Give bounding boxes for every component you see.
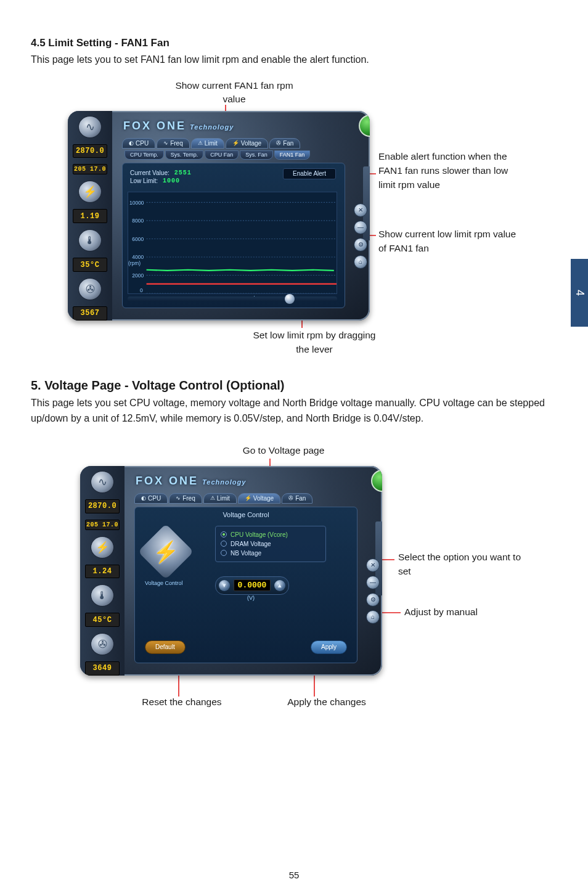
led-temp: 45°C	[85, 613, 120, 627]
subtab-sysfan[interactable]: Sys. Fan	[240, 150, 273, 160]
section-body-2: This page lets you set CPU voltage, memo…	[31, 395, 557, 427]
volt-knob[interactable]: ⚡	[91, 536, 114, 558]
tab-limit[interactable]: ⚠Limit	[203, 493, 237, 504]
spin-up-button[interactable]: ▴	[274, 580, 285, 591]
voltage-spinner: ▾ 0.0000 ▴	[215, 576, 289, 595]
tab-cpu[interactable]: ◐CPU	[134, 493, 168, 504]
svg-text:2000: 2000	[132, 272, 144, 278]
settings-icon[interactable]: ⚙	[354, 238, 367, 251]
subtab-fan1fan[interactable]: FAN1 Fan	[274, 150, 311, 160]
figure-1: Show current FAN1 fan rpm value ∿ 2870.0…	[31, 83, 557, 341]
left-gauge-rail-2: ∿ 2870.0 205 17.0 ⚡ 1.24 🌡 45°C ✇ 3649	[80, 466, 125, 676]
subtab-systemp[interactable]: Sys. Temp.	[165, 150, 203, 160]
led-volt: 1.19	[73, 209, 107, 223]
tab-cpu[interactable]: ◐CPU	[122, 138, 155, 149]
tab-fan[interactable]: ✇Fan	[269, 138, 300, 149]
low-limit-slider[interactable]	[128, 296, 337, 301]
section-heading: 4.5 Limit Setting - FAN1 Fan	[31, 37, 557, 49]
power-ring[interactable]	[371, 470, 382, 492]
led-freq: 2870.0	[85, 499, 120, 513]
callout-show-current-fan1: Show current FAN1 fan rpm value	[166, 79, 302, 107]
callout-apply-changes: Apply the changes	[271, 697, 382, 708]
sub-tabs: CPU Temp. Sys. Temp. CPU Fan Sys. Fan FA…	[125, 150, 310, 160]
svg-text:(rpm): (rpm)	[128, 260, 141, 266]
svg-text:0: 0	[140, 287, 143, 293]
callout-adjust-manual: Adjust by manual	[404, 607, 528, 618]
led-freq: 2870.0	[73, 144, 107, 158]
led-volt: 1.24	[85, 565, 120, 579]
app-window-voltage: ∿ 2870.0 205 17.0 ⚡ 1.24 🌡 45°C ✇ 3649 F…	[80, 466, 382, 676]
app-title: FOX ONETechnology	[123, 120, 234, 133]
section-heading-2: 5. Voltage Page - Voltage Control (Optio…	[31, 378, 557, 393]
minimize-icon[interactable]: —	[366, 576, 380, 589]
callout-enable-alert: Enable alert function when the FAN1 fan …	[378, 149, 526, 192]
led-fan: 3649	[85, 661, 120, 676]
subtab-cputemp[interactable]: CPU Temp.	[125, 150, 164, 160]
svg-text:10000: 10000	[129, 199, 144, 205]
fan-knob[interactable]: ✇	[91, 633, 114, 655]
callout-select-option: Select the option you want to set	[398, 550, 521, 579]
voltage-control-label: Voltage Control	[145, 580, 183, 586]
minimize-icon[interactable]: —	[354, 221, 367, 234]
tab-freq[interactable]: ∿Freq	[169, 493, 202, 504]
section-body: This page lets you to set FAN1 fan low l…	[31, 52, 557, 68]
voltage-options: CPU Voltage (Vcore) DRAM Voltage NB Volt…	[215, 526, 326, 562]
apply-button[interactable]: Apply	[311, 640, 347, 654]
close-icon[interactable]: ✕	[354, 203, 367, 217]
main-tabs: ◐CPU ∿Freq ⚠Limit ⚡Voltage ✇Fan	[134, 493, 312, 504]
side-buttons: ✕ — ⚙ ⌂	[366, 558, 380, 624]
led-temp: 35°C	[73, 258, 107, 272]
svg-text:6000: 6000	[132, 235, 144, 242]
fan-knob[interactable]: ✇	[78, 278, 102, 300]
volt-knob[interactable]: ⚡	[78, 181, 102, 203]
freq-knob[interactable]: ∿	[91, 471, 114, 493]
callout-drag-lever: Set low limit rpm by dragging the lever	[253, 328, 376, 357]
freq-knob[interactable]: ∿	[78, 116, 102, 138]
voltage-unit: (V)	[247, 595, 255, 601]
chapter-tab: 4	[571, 259, 588, 327]
power-ring[interactable]	[359, 115, 370, 137]
led-fan: 3567	[73, 306, 107, 321]
tab-voltage[interactable]: ⚡Voltage	[226, 138, 268, 149]
subtab-cpufan[interactable]: CPU Fan	[205, 150, 239, 160]
close-icon[interactable]: ✕	[366, 558, 380, 572]
tab-freq[interactable]: ∿Freq	[157, 138, 190, 149]
callout-reset-changes: Reset the changes	[123, 697, 240, 708]
spin-value: 0.0000	[234, 579, 271, 591]
callout-low-limit: Show current low limit rpm value of FAN1…	[378, 227, 526, 256]
page-number: 55	[0, 870, 588, 880]
app-window-fan: ∿ 2870.0 205 17.0 ⚡ 1.19 🌡 35°C ✇ 3567 F…	[68, 111, 370, 321]
temp-knob[interactable]: 🌡	[78, 229, 102, 251]
main-tabs: ◐CPU ∿Freq ⚠Limit ⚡Voltage ✇Fan	[122, 138, 300, 149]
fan-chart: 10000 8000 6000 4000 2000 0 (rpm)	[128, 192, 337, 294]
app-title: FOX ONETechnology	[136, 475, 246, 488]
voltage-panel: Voltage Control ⚡ Voltage Control CPU Vo…	[134, 507, 357, 663]
tab-limit[interactable]: ⚠Limit	[191, 138, 224, 149]
opt-nb-voltage[interactable]: NB Voltage	[221, 549, 321, 558]
settings-icon[interactable]: ⚙	[366, 593, 380, 607]
voltage-title: Voltage Control	[142, 511, 349, 518]
slider-thumb[interactable]	[285, 294, 295, 304]
opt-cpu-voltage[interactable]: CPU Voltage (Vcore)	[221, 530, 321, 539]
callout-goto-voltage: Go to Voltage page	[222, 445, 345, 456]
led-bus: 205 17.0	[73, 164, 107, 174]
home-icon[interactable]: ⌂	[366, 610, 380, 624]
side-buttons: ✕ — ⚙ ⌂	[354, 203, 367, 269]
home-icon[interactable]: ⌂	[354, 255, 367, 269]
svg-text:4000: 4000	[132, 254, 144, 260]
opt-dram-voltage[interactable]: DRAM Voltage	[221, 539, 321, 549]
svg-text:8000: 8000	[132, 218, 144, 224]
fan-panel: Current Value:2551 Low Limit:1000 Enable…	[122, 163, 345, 308]
enable-alert-button[interactable]: Enable Alert	[283, 168, 336, 179]
default-button[interactable]: Default	[145, 640, 186, 654]
left-gauge-rail: ∿ 2870.0 205 17.0 ⚡ 1.19 🌡 35°C ✇ 3567	[68, 111, 112, 321]
tab-fan[interactable]: ✇Fan	[282, 493, 312, 504]
bolt-icon: ⚡	[138, 524, 194, 580]
figure-2: Go to Voltage page ∿ 2870.0 205 17.0 ⚡ 1…	[31, 445, 557, 710]
tab-voltage[interactable]: ⚡Voltage	[238, 493, 280, 504]
temp-knob[interactable]: 🌡	[91, 584, 114, 607]
led-bus: 205 17.0	[85, 520, 120, 530]
spin-down-button[interactable]: ▾	[219, 580, 230, 591]
